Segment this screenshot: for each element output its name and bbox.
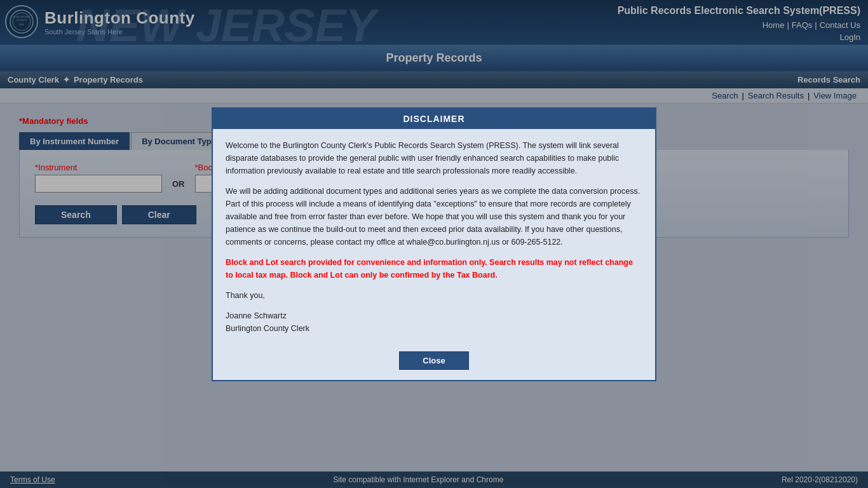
disclaimer-warning: Block and Lot search provided for conven… <box>226 256 642 281</box>
disclaimer-box: DISCLAIMER Welcome to the Burlington Cou… <box>212 107 656 381</box>
disclaimer-paragraph-2: We will be adding additional document ty… <box>226 185 642 248</box>
disclaimer-paragraph-1: Welcome to the Burlington County Clerk's… <box>226 139 642 177</box>
disclaimer-thank-you: Thank you, <box>226 289 642 302</box>
close-button[interactable]: Close <box>399 351 468 370</box>
disclaimer-signature-name: Joanne Schwartz <box>226 309 642 322</box>
disclaimer-title: DISCLAIMER <box>213 109 655 129</box>
disclaimer-body: Welcome to the Burlington County Clerk's… <box>213 129 655 345</box>
disclaimer-overlay: DISCLAIMER Welcome to the Burlington Cou… <box>0 0 868 488</box>
disclaimer-signature-title: Burlington County Clerk <box>226 322 642 335</box>
